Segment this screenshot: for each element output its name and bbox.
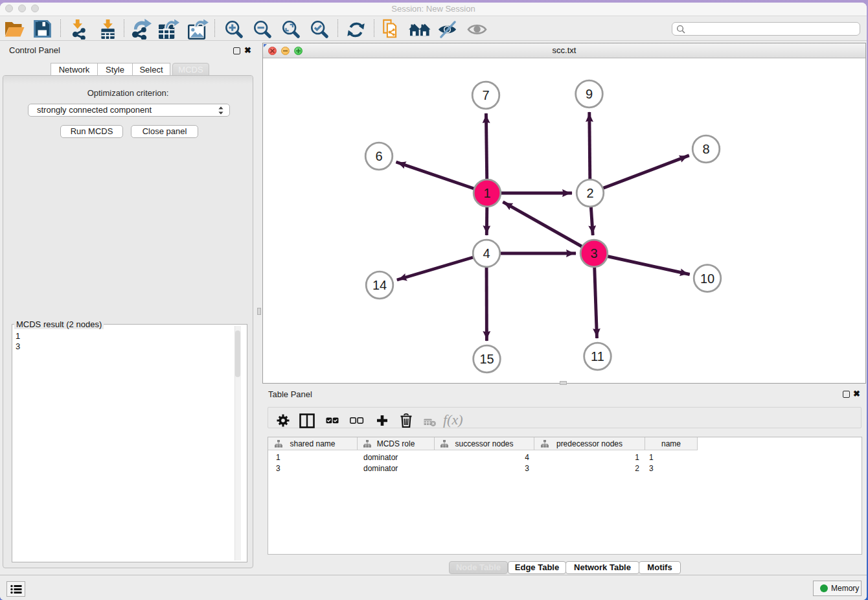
svg-text:10: 10 xyxy=(700,271,714,286)
svg-text:7: 7 xyxy=(482,88,489,102)
svg-text:2: 2 xyxy=(586,186,593,200)
svg-text:4: 4 xyxy=(483,246,490,260)
svg-text:6: 6 xyxy=(375,149,382,163)
svg-text:3: 3 xyxy=(590,246,597,260)
svg-text:8: 8 xyxy=(702,142,709,156)
svg-text:11: 11 xyxy=(591,349,604,363)
svg-text:9: 9 xyxy=(586,87,593,101)
svg-text:14: 14 xyxy=(372,278,387,292)
svg-text:15: 15 xyxy=(479,352,494,366)
svg-text:1: 1 xyxy=(483,186,490,200)
